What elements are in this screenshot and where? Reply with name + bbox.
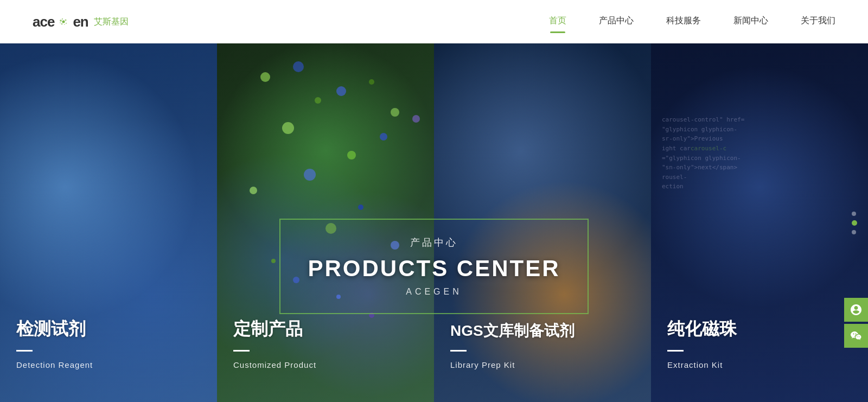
nav-news[interactable]: 新闻中心 [733, 15, 768, 29]
panel-extraction-content: 纯化磁珠 Extraction Kit [651, 317, 868, 369]
svg-point-3 [61, 23, 63, 25]
header: ace en 艾斯基因 首页 产品中心 科技服务 新闻中心 关于我们 [0, 0, 868, 43]
logo-dot-cluster [58, 16, 69, 28]
logo-ace: ace [33, 14, 54, 30]
carousel-dot-2[interactable] [852, 220, 857, 226]
svg-point-1 [60, 20, 62, 22]
panel-detection-title-en: Detection Reagent [16, 360, 201, 369]
panel-detection-title-cn: 检测试剂 [16, 317, 201, 341]
panel-detection-divider [16, 350, 33, 352]
svg-point-5 [64, 24, 65, 25]
panel-library-content: NGS文库制备试剂 Library Prep Kit [434, 321, 651, 369]
logo[interactable]: ace en 艾斯基因 [33, 14, 129, 30]
panel-extraction-divider [667, 350, 684, 352]
nav-about[interactable]: 关于我们 [801, 15, 835, 29]
nav-tech[interactable]: 科技服务 [666, 15, 701, 29]
svg-point-7 [62, 18, 63, 20]
wechat-icon [850, 329, 863, 342]
nav-home[interactable]: 首页 [549, 15, 566, 29]
wechat-button[interactable] [844, 324, 868, 348]
panel-extraction-title-en: Extraction Kit [667, 360, 852, 369]
panel-extraction[interactable]: carousel-control" href= "glyphicon glyph… [651, 43, 868, 402]
nav-products[interactable]: 产品中心 [599, 15, 634, 29]
panel-library[interactable]: NGS文库制备试剂 Library Prep Kit [434, 43, 651, 402]
svg-point-6 [60, 22, 61, 23]
hero-section: 检测试剂 Detection Reagent [0, 43, 868, 402]
logo-chinese: 艾斯基因 [94, 16, 129, 28]
panel-customized-title-cn: 定制产品 [233, 317, 418, 341]
panel-extraction-title-cn: 纯化磁珠 [667, 317, 852, 341]
main-nav: 首页 产品中心 科技服务 新闻中心 关于我们 [549, 15, 835, 29]
panel-customized-content: 定制产品 Customized Product [217, 317, 434, 369]
svg-point-2 [65, 20, 67, 21]
panel-customized-title-en: Customized Product [233, 360, 418, 369]
carousel-dots [852, 212, 857, 234]
qq-button[interactable] [844, 298, 868, 322]
carousel-dot-3[interactable] [852, 230, 856, 234]
panel-detection[interactable]: 检测试剂 Detection Reagent [0, 43, 217, 402]
side-buttons [844, 298, 868, 348]
panel-library-title-cn: NGS文库制备试剂 [450, 321, 635, 341]
panel-library-divider [450, 350, 467, 352]
carousel-dot-1[interactable] [852, 212, 856, 216]
svg-point-0 [62, 21, 65, 23]
logo-en: en [73, 14, 88, 30]
qq-icon [850, 303, 863, 316]
panel-library-title-en: Library Prep Kit [450, 360, 635, 369]
panel-customized-divider [233, 350, 250, 352]
svg-point-4 [66, 23, 67, 24]
panel-customized[interactable]: 定制产品 Customized Product [217, 43, 434, 402]
panel-detection-content: 检测试剂 Detection Reagent [0, 317, 217, 369]
